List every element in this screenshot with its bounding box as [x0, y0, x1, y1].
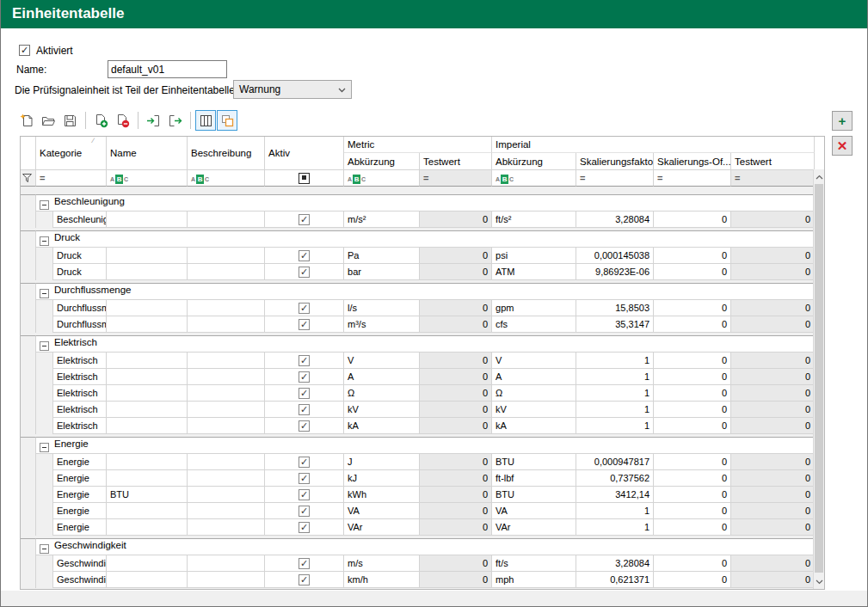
pruefsignal-dropdown[interactable]: Warnung: [233, 80, 352, 99]
cell-imperial-abkuerzung[interactable]: ft/s²: [492, 212, 576, 228]
column-header-metric-abkuerzung[interactable]: Abkürzung: [344, 153, 420, 169]
cell-kategorie[interactable]: Elektrisch: [53, 418, 107, 434]
cell-metric-testwert[interactable]: 0: [420, 316, 492, 333]
column-header-aktiv[interactable]: Aktiv: [265, 137, 344, 169]
filter-cell-imperial-abkuerzung[interactable]: ABC: [492, 169, 576, 187]
cell-imperial-testwert[interactable]: 0: [731, 402, 815, 418]
cell-skalierungs-offset[interactable]: 0: [654, 402, 731, 418]
name-input[interactable]: [108, 60, 227, 78]
cell-kategorie[interactable]: Durchflussm...: [53, 300, 107, 316]
cell-kategorie[interactable]: Energie: [53, 519, 107, 536]
cell-imperial-abkuerzung[interactable]: VAr: [492, 519, 576, 536]
cell-metric-abkuerzung[interactable]: VA: [344, 503, 420, 519]
cell-name[interactable]: [107, 470, 188, 487]
cell-name[interactable]: [107, 248, 188, 264]
cell-beschreibung[interactable]: [188, 212, 265, 228]
cell-aktiv[interactable]: ✓: [265, 385, 344, 402]
cell-name[interactable]: [107, 300, 188, 316]
cell-metric-abkuerzung[interactable]: Ω: [344, 385, 420, 402]
cell-metric-testwert[interactable]: 0: [420, 248, 492, 264]
cell-imperial-testwert[interactable]: 0: [731, 487, 815, 503]
cell-kategorie[interactable]: Druck: [53, 248, 107, 264]
cell-metric-testwert[interactable]: 0: [420, 555, 492, 572]
cell-skalierungs-offset[interactable]: 0: [654, 212, 731, 228]
cell-metric-abkuerzung[interactable]: A: [344, 369, 420, 385]
cell-aktiv[interactable]: ✓: [265, 248, 344, 264]
cell-imperial-testwert[interactable]: 0: [731, 470, 815, 487]
collapse-icon[interactable]: [40, 341, 49, 351]
cell-skalierungsfaktor[interactable]: 35,3147: [576, 316, 654, 333]
cell-skalierungsfaktor[interactable]: 0,621371: [576, 572, 654, 588]
cell-skalierungsfaktor[interactable]: 0,737562: [576, 470, 654, 487]
cell-aktiv[interactable]: ✓: [265, 316, 344, 333]
scrollbar-thumb[interactable]: [815, 184, 823, 573]
cell-metric-abkuerzung[interactable]: kV: [344, 402, 420, 418]
cell-name[interactable]: [107, 353, 188, 369]
cell-metric-testwert[interactable]: 0: [420, 454, 492, 470]
cell-metric-testwert[interactable]: 0: [420, 353, 492, 369]
cell-imperial-testwert[interactable]: 0: [731, 385, 815, 402]
cell-skalierungsfaktor[interactable]: 15,8503: [576, 300, 654, 316]
cell-metric-testwert[interactable]: 0: [420, 369, 492, 385]
delete-row-button[interactable]: [112, 110, 132, 131]
cell-metric-testwert[interactable]: 0: [420, 418, 492, 434]
aktiv-checkbox[interactable]: ✓: [299, 506, 310, 517]
cell-imperial-abkuerzung[interactable]: A: [492, 369, 576, 385]
aktiv-checkbox[interactable]: ✓: [299, 522, 310, 533]
cell-metric-testwert[interactable]: 0: [420, 470, 492, 487]
cell-imperial-testwert[interactable]: 0: [731, 369, 815, 385]
cell-kategorie[interactable]: Elektrisch: [53, 353, 107, 369]
filter-cell-name[interactable]: ABC: [107, 169, 188, 187]
aktiv-checkbox[interactable]: ✓: [299, 404, 310, 415]
filter-cell-beschreibung[interactable]: ABC: [188, 169, 265, 187]
cell-imperial-testwert[interactable]: 0: [731, 353, 815, 369]
cell-skalierungs-offset[interactable]: 0: [654, 353, 731, 369]
column-header-imperial-testwert[interactable]: Testwert: [731, 153, 815, 169]
cell-aktiv[interactable]: ✓: [265, 369, 344, 385]
cell-beschreibung[interactable]: [188, 316, 265, 333]
filter-cell-skalierungs-offset[interactable]: =: [654, 169, 731, 187]
scroll-up-arrow[interactable]: [814, 170, 824, 183]
cell-imperial-abkuerzung[interactable]: psi: [492, 248, 576, 264]
cell-skalierungsfaktor[interactable]: 1: [576, 369, 654, 385]
cell-imperial-testwert[interactable]: 0: [731, 418, 815, 434]
aktiv-checkbox[interactable]: ✓: [299, 473, 310, 484]
cell-kategorie[interactable]: Energie: [53, 487, 107, 503]
cell-metric-abkuerzung[interactable]: m/s²: [344, 212, 420, 228]
cell-skalierungs-offset[interactable]: 0: [654, 572, 731, 588]
new-table-button[interactable]: [16, 110, 37, 131]
column-header-metric-testwert[interactable]: Testwert: [420, 153, 492, 169]
cell-metric-testwert[interactable]: 0: [420, 264, 492, 280]
cell-beschreibung[interactable]: [188, 487, 265, 503]
collapse-icon[interactable]: [40, 544, 49, 554]
cell-metric-abkuerzung[interactable]: kWh: [344, 487, 420, 503]
band-header-metric[interactable]: Metric: [344, 137, 492, 153]
cell-kategorie[interactable]: Elektrisch: [53, 385, 107, 402]
cell-skalierungsfaktor[interactable]: 1: [576, 418, 654, 434]
cell-aktiv[interactable]: ✓: [265, 519, 344, 536]
aktiv-checkbox[interactable]: ✓: [299, 388, 310, 399]
cell-kategorie[interactable]: Elektrisch: [53, 369, 107, 385]
cell-imperial-abkuerzung[interactable]: ATM: [492, 264, 576, 280]
cell-imperial-testwert[interactable]: 0: [731, 300, 815, 316]
group-row[interactable]: Beschleunigung: [36, 194, 815, 212]
cell-metric-abkuerzung[interactable]: J: [344, 454, 420, 470]
aktiviert-checkbox[interactable]: ✓: [19, 45, 30, 56]
cell-imperial-abkuerzung[interactable]: ft-lbf: [492, 470, 576, 487]
filter-cell-imperial-testwert[interactable]: =: [731, 169, 815, 187]
column-header-skalierungsfaktor[interactable]: Skalierungsfaktor: [576, 153, 654, 169]
open-button[interactable]: [38, 110, 58, 131]
cell-name[interactable]: [107, 454, 188, 470]
cell-name[interactable]: [107, 418, 188, 434]
cell-aktiv[interactable]: ✓: [265, 300, 344, 316]
cell-skalierungsfaktor[interactable]: 3,28084: [576, 555, 654, 572]
cell-skalierungs-offset[interactable]: 0: [654, 248, 731, 264]
filter-cell-metric-abkuerzung[interactable]: ABC: [344, 169, 420, 187]
cell-aktiv[interactable]: ✓: [265, 572, 344, 588]
cell-metric-testwert[interactable]: 0: [420, 300, 492, 316]
cell-skalierungs-offset[interactable]: 0: [654, 470, 731, 487]
save-button[interactable]: [59, 110, 80, 131]
cell-aktiv[interactable]: ✓: [265, 503, 344, 519]
column-header-kategorie[interactable]: Kategorie ∕: [36, 137, 107, 169]
cell-skalierungsfaktor[interactable]: 1: [576, 503, 654, 519]
